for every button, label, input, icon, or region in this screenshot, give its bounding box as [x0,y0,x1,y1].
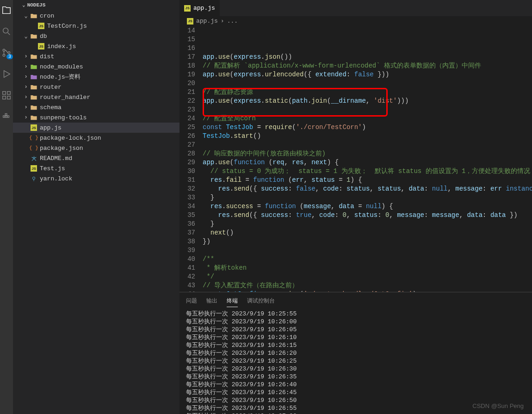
editor-tabs: JS app.js [179,0,532,16]
svg-line-1 [8,33,10,35]
file-label: Test.js [40,165,65,172]
svg-point-2 [3,49,5,51]
js-file-icon: JS [30,124,38,131]
folder-icon [30,63,38,70]
editor-area: JS app.js JS app.js › ... 14151617181920… [179,0,532,414]
tab-app-js[interactable]: JS app.js [179,0,220,16]
explorer-icon[interactable] [1,5,12,16]
js-file-icon: JS [30,165,38,172]
folder-icon [30,104,38,111]
explorer-header[interactable]: ⌄ NODEJS [13,0,179,10]
breadcrumb-file: app.js [196,18,218,25]
lock-file-icon: ⚲ [30,176,38,182]
svg-rect-8 [3,96,6,99]
file-label: dist [40,53,54,60]
file-label: README.md [40,155,72,162]
folder-icon [30,33,38,39]
file-label: package.json [40,145,83,152]
folder-sunpeng-tools[interactable]: ›sunpeng-tools [13,112,179,123]
file-label: TestCorn.js [47,23,87,30]
terminal-output[interactable]: 每五秒执行一次 2023/9/19 10:25:55 每五秒执行一次 2023/… [179,307,532,414]
line-number-gutter: 1415161718192021222324252627282930313233… [179,26,203,292]
panel-tab-0[interactable]: 问题 [186,295,197,307]
folder-schema[interactable]: ›schema [13,102,179,112]
tab-label: app.js [193,5,215,12]
file-TestCorn.js[interactable]: JSTestCorn.js [13,21,179,31]
folder-icon [30,114,38,121]
breadcrumb-rest: ... [227,18,238,25]
json-file-icon: { } [30,145,38,151]
md-file-icon: 🞰 [30,155,38,161]
file-label: schema [40,104,62,111]
folder-cron[interactable]: ⌄cron [13,11,179,21]
file-yarn.lock[interactable]: ⚲yarn.lock [13,173,179,184]
run-debug-icon[interactable] [1,68,12,80]
file-label: sunpeng-tools [40,114,87,121]
svg-marker-5 [4,71,10,78]
extensions-icon[interactable] [1,90,12,101]
folder-icon [30,94,38,100]
file-Test.js[interactable]: JSTest.js [13,163,179,173]
json-file-icon: { } [30,135,38,141]
js-file-icon: JS [37,23,45,29]
svg-rect-13 [5,114,7,116]
explorer-sidebar: ⌄ NODEJS ⌄cronJSTestCorn.js⌄dbJSindex.js… [13,0,179,414]
file-label: node.js—资料 [40,73,80,81]
file-label: index.js [47,43,76,50]
panel-tabs: 问题输出终端调试控制台 [179,292,532,307]
search-icon[interactable] [1,26,12,37]
file-package-lock.json[interactable]: { }package-lock.json [13,133,179,143]
file-label: package-lock.json [40,135,101,142]
svg-rect-9 [7,96,10,99]
file-label: app.js [40,124,62,131]
file-README.md[interactable]: 🞰README.md [13,153,179,163]
folder-router[interactable]: ›router [13,82,179,92]
file-label: db [40,33,47,40]
watermark: CSDN @Sun Peng [472,402,524,409]
folder-dist[interactable]: ›dist [13,51,179,62]
file-package.json[interactable]: { }package.json [13,143,179,153]
folder-icon [30,74,38,80]
svg-rect-10 [3,116,5,117]
panel-tab-3[interactable]: 调试控制台 [247,295,275,307]
svg-rect-12 [7,116,9,117]
file-label: cron [40,12,54,19]
breadcrumb-sep: › [221,18,224,25]
file-label: yarn.lock [40,175,72,182]
code-editor[interactable]: 1415161718192021222324252627282930313233… [179,26,532,292]
file-label: node_modules [40,63,83,70]
file-index.js[interactable]: JSindex.js [13,41,179,51]
folder-icon [30,84,38,90]
file-tree: ⌄cronJSTestCorn.js⌄dbJSindex.js›dist›nod… [13,10,179,414]
activity-bar: 3 [0,0,13,414]
js-file-icon: JS [187,18,193,25]
file-app.js[interactable]: JSapp.js [13,123,179,133]
bottom-panel: 问题输出终端调试控制台 每五秒执行一次 2023/9/19 10:25:55 每… [179,292,532,414]
source-control-icon[interactable]: 3 [1,47,12,58]
folder-db[interactable]: ⌄db [13,31,179,41]
folder-node.js—资料[interactable]: ›node.js—资料 [13,72,179,82]
svg-point-0 [3,28,8,33]
scm-badge: 3 [6,54,13,59]
svg-rect-6 [3,92,6,94]
js-file-icon: JS [184,5,191,12]
js-file-icon: JS [37,43,45,49]
code-content[interactable]: app.use(express.json())// 配置解析 `applicat… [203,26,532,292]
svg-rect-11 [5,116,7,117]
project-title: NODEJS [27,2,46,8]
folder-node_modules[interactable]: ›node_modules [13,62,179,72]
panel-tab-1[interactable]: 输出 [206,295,217,307]
svg-point-3 [3,54,5,56]
svg-rect-7 [7,92,10,94]
file-label: router [40,84,62,91]
folder-icon [30,53,38,60]
panel-tab-2[interactable]: 终端 [227,295,238,307]
folder-router_handler[interactable]: ›router_handler [13,92,179,102]
docker-icon[interactable] [1,111,12,122]
file-label: router_handler [40,94,90,101]
chevron-down-icon: ⌄ [22,2,25,8]
folder-icon [30,12,38,19]
svg-point-4 [8,52,10,54]
breadcrumb[interactable]: JS app.js › ... [179,16,532,26]
